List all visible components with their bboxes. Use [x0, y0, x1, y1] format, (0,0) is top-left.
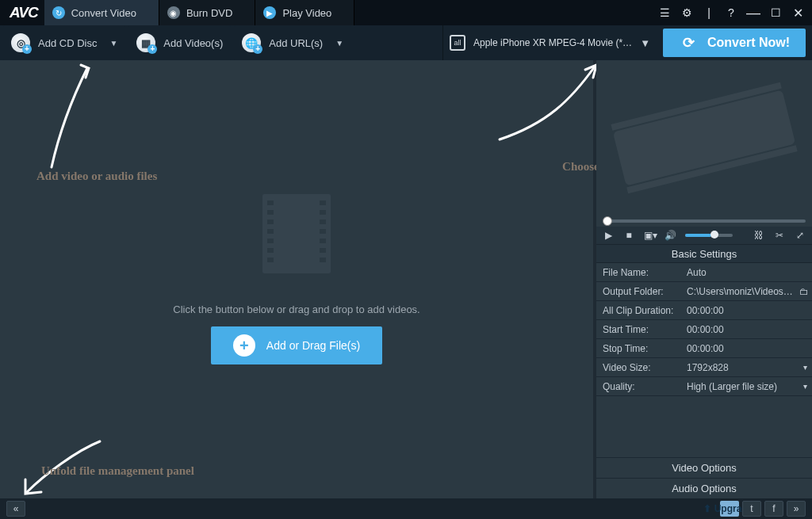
close-icon[interactable]: ✕: [791, 6, 804, 19]
play-icon: ▶: [263, 6, 276, 19]
expand-left-button[interactable]: «: [6, 501, 25, 517]
menu-icon[interactable]: ☰: [658, 6, 671, 19]
tab-label: Convert Video: [71, 7, 136, 19]
camera-icon[interactable]: ▣▾: [644, 230, 655, 241]
dvd-icon: ◉: [167, 6, 180, 19]
button-label: Add CD Disc: [38, 37, 97, 49]
button-label: Add URL(s): [269, 37, 323, 49]
upgrade-button[interactable]: ⬆ Upgrade: [720, 501, 739, 517]
tab-burn-dvd[interactable]: ◉ Burn DVD: [159, 0, 256, 25]
output-profile-select[interactable]: all Apple iPhone XR MPEG-4 Movie (*.m… ▼: [442, 25, 657, 60]
twitter-icon[interactable]: t: [742, 501, 761, 517]
annotation-add-files: Add video or audio files: [36, 170, 157, 183]
button-label: Add Video(s): [163, 37, 223, 49]
expand-icon[interactable]: ⤢: [795, 230, 806, 241]
start-time-label: Start Time:: [596, 320, 680, 339]
divider: |: [703, 6, 715, 19]
minimize-icon[interactable]: —: [747, 6, 760, 19]
convert-icon: ↻: [52, 6, 65, 19]
file-name-label: File Name:: [596, 263, 680, 282]
preview-pane: [596, 60, 812, 216]
help-icon[interactable]: ?: [725, 6, 737, 19]
toolbar: ◎ Add CD Disc ▼ ▦ Add Video(s) 🌐 Add URL…: [0, 25, 812, 60]
convert-now-button[interactable]: ⟳ Convert Now!: [663, 29, 806, 57]
dropzone-hint: Click the button below or drag and drop …: [173, 303, 419, 315]
playback-timeline[interactable]: [596, 216, 812, 227]
globe-plus-icon: 🌐: [242, 33, 261, 52]
button-label: Add or Drag File(s): [266, 339, 360, 352]
link-icon[interactable]: ⛓: [753, 230, 764, 241]
tab-play-video[interactable]: ▶ Play Video: [255, 0, 354, 25]
add-url-button[interactable]: 🌐 Add URL(s) ▼: [234, 25, 351, 60]
add-files-button[interactable]: + Add or Drag File(s): [211, 326, 382, 364]
basic-settings-grid: File Name: Auto Output Folder: C:\Users\…: [596, 263, 812, 396]
video-size-select[interactable]: 1792x828: [680, 358, 812, 377]
video-size-label: Video Size:: [596, 358, 680, 377]
folder-icon[interactable]: 🗀: [799, 286, 809, 297]
player-controls: ▶ ■ ▣▾ 🔊 ⛓ ✂ ⤢: [596, 227, 812, 244]
stop-icon[interactable]: ■: [623, 230, 634, 241]
video-options-toggle[interactable]: Video Options: [596, 457, 812, 478]
app-logo: AVC: [10, 4, 38, 21]
profile-label: Apple iPhone XR MPEG-4 Movie (*.m…: [473, 37, 632, 48]
quality-label: Quality:: [596, 377, 680, 396]
audio-options-toggle[interactable]: Audio Options: [596, 478, 812, 498]
annotation-unfold-panel: Unfold file management panel: [41, 464, 194, 478]
file-drop-zone[interactable]: Add video or audio files Choose output p…: [0, 60, 596, 498]
facebook-icon[interactable]: f: [764, 501, 783, 517]
scissors-icon[interactable]: ✂: [774, 230, 785, 241]
quality-select[interactable]: High (Larger file size): [680, 377, 812, 396]
add-cd-button[interactable]: ◎ Add CD Disc ▼: [3, 25, 125, 60]
titlebar: AVC ↻ Convert Video ◉ Burn DVD ▶ Play Vi…: [0, 0, 812, 25]
volume-slider[interactable]: [685, 234, 733, 237]
chevron-down-icon: ▼: [109, 39, 117, 48]
play-icon[interactable]: ▶: [603, 230, 614, 241]
disc-plus-icon: ◎: [11, 33, 30, 52]
timeline-knob[interactable]: [603, 216, 612, 226]
right-panel: ▶ ■ ▣▾ 🔊 ⛓ ✂ ⤢ Basic Settings File Name:…: [596, 60, 812, 498]
plus-icon: +: [233, 334, 255, 357]
tab-label: Play Video: [282, 7, 331, 19]
output-folder-label: Output Folder:: [596, 282, 680, 301]
gear-icon[interactable]: ⚙: [680, 6, 693, 19]
output-folder-value[interactable]: C:\Users\moniz\Videos…🗀: [680, 282, 812, 301]
expand-right-button[interactable]: »: [787, 501, 806, 517]
stop-time-value[interactable]: 00:00:00: [680, 339, 812, 358]
clip-duration-label: All Clip Duration:: [596, 301, 680, 320]
chevron-down-icon: ▼: [335, 39, 343, 48]
stop-time-label: Stop Time:: [596, 339, 680, 358]
maximize-icon[interactable]: ☐: [769, 6, 782, 19]
clip-duration-value: 00:00:00: [680, 301, 812, 320]
footer: « ⬆ Upgrade t f »: [0, 498, 812, 519]
volume-icon[interactable]: 🔊: [665, 230, 676, 241]
tab-convert-video[interactable]: ↻ Convert Video: [44, 0, 159, 25]
profile-icon: all: [450, 35, 465, 51]
tab-label: Burn DVD: [186, 7, 233, 19]
start-time-value[interactable]: 00:00:00: [680, 320, 812, 339]
button-label: Convert Now!: [707, 36, 790, 50]
film-placeholder-icon: [262, 194, 331, 273]
add-video-button[interactable]: ▦ Add Video(s): [128, 25, 231, 60]
up-arrow-icon: ⬆: [703, 503, 711, 514]
convert-icon: ⟳: [679, 33, 698, 52]
file-name-value[interactable]: Auto: [680, 263, 812, 282]
film-plus-icon: ▦: [136, 33, 155, 52]
basic-settings-title: Basic Settings: [596, 244, 812, 263]
chevron-down-icon: ▼: [640, 37, 650, 49]
